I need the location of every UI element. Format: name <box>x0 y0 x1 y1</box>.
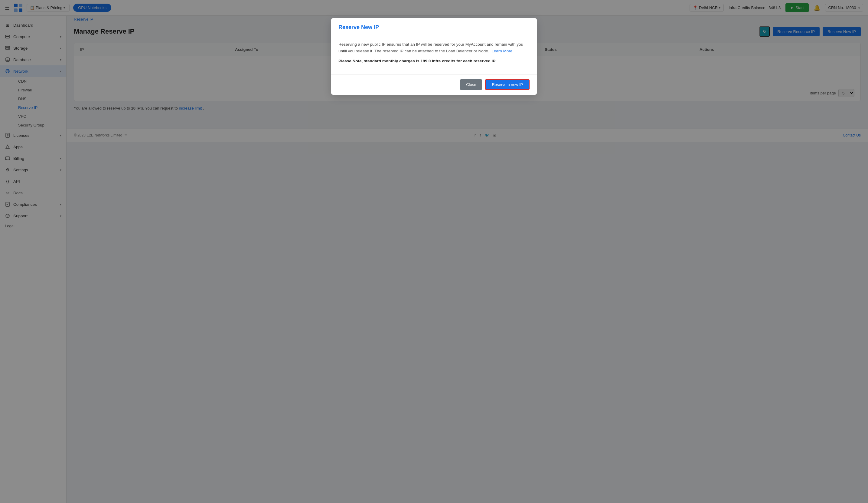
modal-footer: Close Reserve a new IP <box>331 74 537 95</box>
modal-note: Please Note, standard monthly charges is… <box>339 58 529 64</box>
close-modal-button[interactable]: Close <box>460 79 482 90</box>
modal-description: Reserving a new public IP ensures that a… <box>339 41 529 54</box>
modal-body: Reserving a new public IP ensures that a… <box>331 35 537 74</box>
learn-more-link[interactable]: Learn More <box>492 49 512 53</box>
reserve-new-ip-confirm-button[interactable]: Reserve a new IP <box>485 79 529 90</box>
modal-title: Reserve New IP <box>339 24 529 31</box>
reserve-new-ip-modal: Reserve New IP Reserving a new public IP… <box>331 18 537 95</box>
modal-overlay: Reserve New IP Reserving a new public IP… <box>0 0 868 142</box>
modal-header: Reserve New IP <box>331 18 537 35</box>
